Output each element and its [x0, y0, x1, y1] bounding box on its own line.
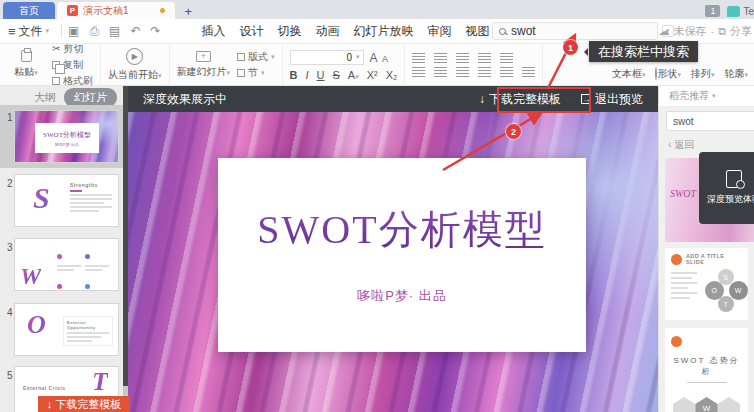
docer-badge-icon: [671, 254, 682, 265]
slide-number: 4: [7, 307, 13, 318]
shape-button[interactable]: 形状▾: [655, 67, 681, 81]
slide-thumbnail-3[interactable]: W: [14, 238, 119, 291]
indent-decrease-icon[interactable]: [456, 53, 469, 63]
menu-item-transition[interactable]: 切换: [271, 23, 309, 40]
shrink-font-button[interactable]: A: [382, 54, 388, 64]
preview-icon[interactable]: ▤: [109, 24, 120, 38]
play-circle-icon: ▶: [126, 48, 143, 65]
command-search-box[interactable]: [492, 22, 658, 40]
menu-item-view[interactable]: 视图: [459, 23, 497, 40]
menu-item-design[interactable]: 设计: [233, 23, 271, 40]
save-icon[interactable]: ▣: [68, 24, 79, 38]
menu-item-animation[interactable]: 动画: [309, 23, 347, 40]
text-direction-icon[interactable]: [522, 67, 535, 77]
subscript-button[interactable]: X₂: [386, 69, 398, 81]
home-tab[interactable]: 首页: [3, 2, 55, 19]
letter-s-art: S: [33, 183, 50, 213]
slide-panel: 大纲 幻灯片 1 SWOT分析模型 哆啦P梦·出品 2 S Strengths: [0, 86, 128, 412]
print-icon[interactable]: ⎙: [89, 24, 99, 38]
numbered-list-icon[interactable]: [434, 53, 447, 63]
menu-item-insert[interactable]: 插入: [195, 23, 233, 40]
annotation-tooltip: 在搜索栏中搜索: [589, 41, 698, 62]
template-preview-thumb[interactable]: SWOT 深度预览体验: [665, 158, 754, 242]
new-slide-button[interactable]: + 新建幻灯片▾: [177, 51, 231, 79]
indent-increase-icon[interactable]: [478, 53, 491, 63]
justify-icon[interactable]: [478, 67, 491, 77]
file-menu[interactable]: ≡ 文件 ▾: [0, 23, 55, 40]
brush-icon: [52, 77, 60, 85]
wps-presentation-window: 首页 P 演示文稿1 + 1 Te ≡ 文件 ▾ ▣ ⎙ ▤ ↶ ↷: [0, 0, 754, 412]
search-input[interactable]: [511, 24, 631, 38]
superscript-button[interactable]: X²: [367, 69, 378, 81]
download-template-promo-button[interactable]: ↓ 下载完整模板: [38, 396, 130, 412]
template-card-2[interactable]: SWOT 态势分析 W: [665, 328, 748, 412]
layout-icon: [237, 53, 245, 61]
cut-button[interactable]: ✂剪切: [52, 42, 93, 56]
outline-tab[interactable]: 大纲: [34, 90, 56, 105]
slides-tab[interactable]: 幻灯片: [64, 88, 117, 107]
window-count-badge: 1: [705, 5, 720, 17]
unsaved-status: 未保存: [673, 24, 706, 39]
grow-font-button[interactable]: A: [370, 51, 378, 65]
bullet-list-icon[interactable]: [412, 53, 425, 63]
dot-separator: ·: [710, 26, 714, 38]
docer-recommend-header[interactable]: 稻壳推荐 ▾: [659, 86, 754, 107]
share-label[interactable]: 分享: [730, 24, 752, 39]
copy-button[interactable]: 复制: [52, 58, 93, 72]
slide-editor-area: 深度效果展示中 ↓ 下载完整模板 → 退出预览 SWOT分析模型 哆啦P梦· 出…: [128, 86, 658, 412]
slide-thumbnail-2[interactable]: S Strengths: [14, 174, 119, 227]
thumb-heading: Strengths: [70, 182, 112, 188]
user-account[interactable]: Te: [727, 6, 754, 17]
exit-preview-button[interactable]: → 退出预览: [581, 91, 643, 108]
deep-preview-overlay[interactable]: 深度预览体验: [699, 152, 754, 224]
template-card-title: SWOT 态势分析: [671, 355, 742, 377]
back-link[interactable]: ‹ 返回: [668, 138, 694, 152]
align-center-icon[interactable]: [434, 67, 447, 77]
slide-thumbnail-1[interactable]: SWOT分析模型 哆啦P梦·出品: [14, 110, 119, 163]
template-card-1[interactable]: ADD A TITLE SLIDE S O W T: [665, 248, 748, 320]
redo-icon[interactable]: ↷: [150, 24, 160, 38]
exit-icon: →: [581, 94, 591, 104]
thumb-title-card: SWOT分析模型 哆啦P梦·出品: [35, 123, 99, 153]
share-icon[interactable]: ⧉: [718, 25, 726, 38]
clipboard-icon: [21, 50, 32, 62]
undo-icon[interactable]: ↶: [130, 24, 140, 38]
window-tab-bar: 首页 P 演示文稿1 + 1 Te: [0, 0, 754, 19]
docer-template-panel: 稻壳推荐 ▾ ‹ 返回 SWOT 深度预览体验 ADD A TITL: [658, 86, 754, 412]
slide-number: 3: [7, 242, 13, 253]
distribute-icon[interactable]: [500, 67, 513, 77]
section-icon: [237, 69, 245, 77]
textbox-button[interactable]: 文本框▾: [612, 67, 646, 81]
preview-status-text: 深度效果展示中: [143, 91, 227, 108]
section-button[interactable]: 节▾: [237, 66, 275, 80]
bold-button[interactable]: B: [290, 69, 298, 81]
template-search-input[interactable]: [673, 116, 749, 127]
font-color-button[interactable]: A▾: [348, 69, 359, 81]
menu-item-review[interactable]: 审阅: [421, 23, 459, 40]
layout-button[interactable]: 版式▾: [237, 50, 275, 64]
download-full-template-button[interactable]: ↓ 下载完整模板: [479, 91, 561, 108]
slide-title-card[interactable]: SWOT分析模型 哆啦P梦· 出品: [218, 158, 586, 352]
align-left-icon[interactable]: [412, 67, 425, 77]
align-right-icon[interactable]: [456, 67, 469, 77]
strikethrough-button[interactable]: S: [333, 69, 340, 81]
template-search-box[interactable]: [666, 111, 754, 131]
play-from-current-button[interactable]: ▶ 从当前开始▾: [108, 48, 162, 82]
menu-item-slideshow[interactable]: 幻灯片放映: [347, 23, 421, 40]
new-tab-button[interactable]: +: [185, 5, 193, 19]
font-size-combo[interactable]: 0▾: [290, 50, 364, 65]
chevron-down-icon: ▾: [712, 92, 716, 100]
outline-button[interactable]: 轮廓▾: [724, 67, 748, 81]
italic-button[interactable]: I: [306, 69, 309, 81]
back-icon: ‹: [668, 139, 671, 150]
underline-button[interactable]: U: [317, 69, 325, 81]
slide-canvas[interactable]: SWOT分析模型 哆啦P梦· 出品: [128, 112, 658, 412]
thumb-swot-text: SWOT: [670, 188, 696, 199]
document-tab[interactable]: P 演示文稿1: [57, 2, 175, 19]
slide-thumbnail-4[interactable]: O Exterior Opportunity: [14, 303, 119, 356]
paste-button[interactable]: 粘贴▾: [7, 50, 45, 79]
download-icon: ↓: [479, 92, 485, 106]
line-spacing-icon[interactable]: [500, 53, 513, 63]
arrange-button[interactable]: 排列▾: [691, 67, 715, 81]
new-slide-icon: +: [196, 51, 211, 62]
